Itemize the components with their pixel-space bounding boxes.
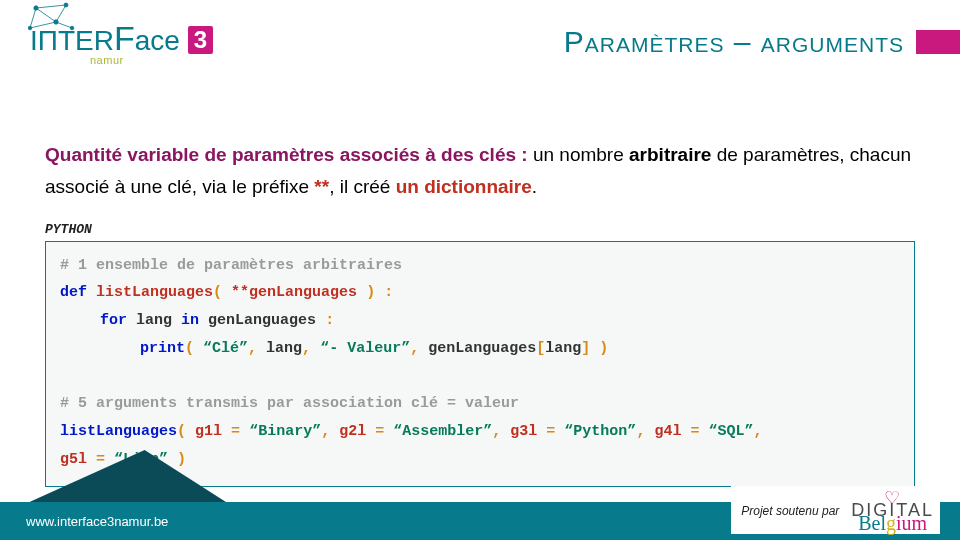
footer-url: www.interface3namur.be: [26, 514, 168, 529]
svg-line-2: [30, 8, 36, 28]
br-c: ]: [581, 340, 590, 357]
svg-line-1: [36, 8, 56, 22]
sponsor-text: Projet soutenu par: [741, 504, 839, 518]
svg-line-0: [36, 5, 66, 8]
code-comment-1: # 1 ensemble de paramètres arbitraires: [60, 257, 402, 274]
kw-in: in: [181, 312, 199, 329]
svg-line-3: [56, 5, 66, 22]
desc-t3: , il créé: [329, 176, 390, 197]
str-cle: “Clé”: [203, 340, 248, 357]
id-dict: genLanguages: [428, 340, 536, 357]
c3: ,: [636, 423, 645, 440]
colon2: :: [325, 312, 334, 329]
fn-print: print: [140, 340, 185, 357]
arg-k3: g3l: [510, 423, 537, 440]
desc-strong2: associés à des clés :: [340, 144, 528, 165]
sponsor-block: Projet soutenu par ♡ DIGITAL Belgium: [731, 486, 940, 534]
code-comment-2a: # 5 arguments transmis par association: [60, 395, 402, 412]
c2: ,: [492, 423, 501, 440]
c4: ,: [753, 423, 762, 440]
code-comment-2b: clé = valeur: [411, 395, 519, 412]
desc-strong1: Quantité variable de paramètres: [45, 144, 334, 165]
id-genlang: genLanguages: [208, 312, 316, 329]
str-valeur: “- Valeur”: [320, 340, 410, 357]
content-area: Quantité variable de paramètres associés…: [0, 84, 960, 487]
id-lang2: lang: [266, 340, 302, 357]
arg-v1: “Binary”: [249, 423, 321, 440]
desc-starstar: **: [314, 176, 329, 197]
c1: ,: [321, 423, 330, 440]
svg-point-8: [54, 20, 58, 24]
arg-v4: “SQL”: [708, 423, 753, 440]
network-icon: [28, 2, 78, 38]
arg-v2: “Assembler”: [393, 423, 492, 440]
colon: :: [384, 284, 393, 301]
logo-text-cap: F: [114, 19, 135, 57]
desc-t1: un nombre: [533, 144, 624, 165]
comma: ,: [248, 340, 257, 357]
paren-close: ): [366, 284, 375, 301]
belgium-word: Belgium: [851, 514, 934, 532]
desc-bold1: arbitraire: [629, 144, 711, 165]
svg-point-6: [34, 6, 38, 10]
title-accent-bar: [916, 30, 960, 54]
paren-open: (: [213, 284, 222, 301]
description: Quantité variable de paramètres associés…: [45, 139, 915, 204]
kw-def: def: [60, 284, 87, 301]
desc-dict: un dictionnaire: [396, 176, 532, 197]
id-lang: lang: [136, 312, 172, 329]
desc-dot: .: [532, 176, 537, 197]
eq2: =: [375, 423, 384, 440]
pc: ): [599, 340, 608, 357]
id-key: lang: [545, 340, 581, 357]
logo-badge-3: 3: [188, 26, 213, 54]
svg-point-9: [28, 26, 32, 30]
sponsor-logo: ♡ DIGITAL Belgium: [851, 490, 934, 532]
comma3: ,: [410, 340, 419, 357]
slide-title: Paramètres – arguments: [564, 25, 916, 59]
kwargs: **genLanguages: [231, 284, 357, 301]
fn-name: listLanguages: [96, 284, 213, 301]
po: (: [185, 340, 194, 357]
arg-k2: g2l: [339, 423, 366, 440]
arg-k1: g1l: [195, 423, 222, 440]
arg-v3: “Python”: [564, 423, 636, 440]
kw-for: for: [100, 312, 127, 329]
svg-point-10: [70, 26, 74, 30]
svg-point-7: [64, 3, 68, 7]
arg-k4: g4l: [654, 423, 681, 440]
svg-line-5: [30, 22, 56, 28]
logo-text-3: ace: [135, 25, 180, 56]
br-o: [: [536, 340, 545, 357]
eq3: =: [546, 423, 555, 440]
slide-title-wrap: Paramètres – arguments: [564, 25, 960, 59]
code-language-label: PYTHON: [45, 222, 915, 237]
call-fn: listLanguages: [60, 423, 177, 440]
call-po: (: [177, 423, 186, 440]
eq1: =: [231, 423, 240, 440]
eq4: =: [690, 423, 699, 440]
logo: IПTERFace 3 namur: [30, 19, 213, 66]
comma2: ,: [302, 340, 311, 357]
